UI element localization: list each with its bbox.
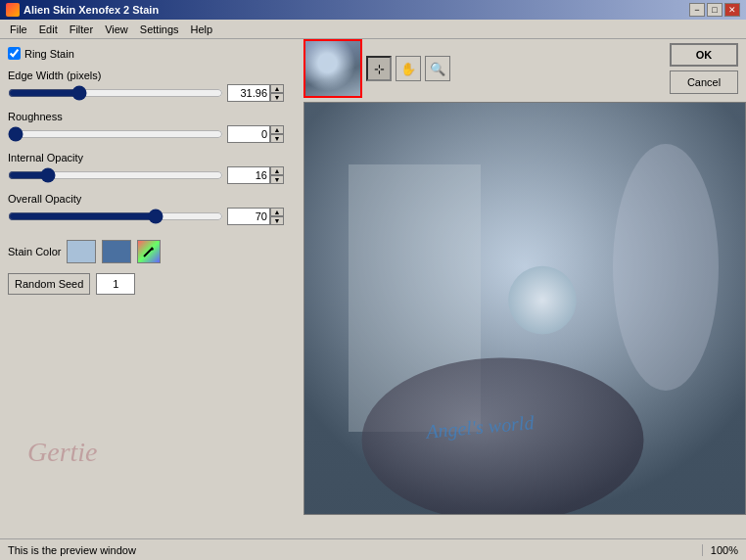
hand-tool-button[interactable]: ✋ — [396, 56, 421, 81]
edge-width-slider[interactable] — [8, 83, 223, 103]
menu-bar: File Edit Filter View Settings Help — [0, 20, 746, 39]
roughness-slider[interactable] — [8, 124, 223, 144]
internal-opacity-slider[interactable] — [8, 165, 223, 185]
overall-opacity-row: Overall Opacity ▲ ▼ — [8, 193, 296, 226]
overall-opacity-up[interactable]: ▲ — [270, 208, 284, 216]
internal-opacity-spinbtns: ▲ ▼ — [270, 166, 284, 184]
edge-width-label: Edge Width (pixels) — [8, 70, 296, 81]
overall-opacity-control: ▲ ▼ — [8, 207, 296, 226]
action-buttons: OK Cancel — [670, 43, 738, 94]
internal-opacity-down[interactable]: ▼ — [270, 175, 284, 184]
ring-stain-checkbox[interactable] — [8, 47, 21, 60]
internal-opacity-up[interactable]: ▲ — [270, 166, 284, 175]
roughness-spinner: ▲ ▼ — [227, 125, 284, 143]
title-bar: Alien Skin Xenofex 2 Stain − □ ✕ — [0, 0, 746, 20]
status-zoom: 100% — [702, 544, 738, 556]
menu-view[interactable]: View — [99, 22, 134, 37]
overall-opacity-down[interactable]: ▼ — [270, 216, 284, 225]
overall-opacity-spinbtns: ▲ ▼ — [270, 208, 284, 225]
stain-color-row: Stain Color — [8, 240, 296, 263]
stain-color-swatch-dark[interactable] — [102, 240, 131, 263]
minimize-button[interactable]: − — [689, 3, 705, 17]
roughness-input[interactable] — [227, 125, 270, 143]
select-icon: ⊹ — [374, 62, 385, 76]
select-tool-button[interactable]: ⊹ — [366, 56, 392, 81]
zoom-tool-button[interactable]: 🔍 — [425, 56, 450, 81]
edge-width-up[interactable]: ▲ — [270, 84, 284, 93]
stain-color-label: Stain Color — [8, 246, 61, 257]
preview-thumb-inner — [305, 41, 360, 96]
preview-svg: Angel's world — [304, 103, 745, 514]
status-bar: This is the preview window 100% — [0, 538, 746, 560]
roughness-row: Roughness ▲ ▼ — [8, 111, 296, 144]
internal-opacity-control: ▲ ▼ — [8, 165, 296, 185]
internal-opacity-row: Internal Opacity ▲ ▼ — [8, 152, 296, 185]
roughness-up[interactable]: ▲ — [270, 125, 284, 134]
stain-color-edit-button[interactable] — [137, 240, 161, 263]
zoom-icon: 🔍 — [430, 62, 445, 76]
svg-point-4 — [508, 266, 577, 335]
close-button[interactable]: ✕ — [724, 3, 740, 17]
internal-opacity-label: Internal Opacity — [8, 152, 296, 163]
menu-edit[interactable]: Edit — [33, 22, 64, 37]
left-panel: Ring Stain Edge Width (pixels) ▲ ▼ Rough… — [0, 39, 303, 515]
internal-opacity-spinner: ▲ ▼ — [227, 166, 284, 184]
overall-opacity-spinner: ▲ ▼ — [227, 208, 284, 225]
edge-width-control: ▲ ▼ — [8, 83, 296, 103]
random-seed-button[interactable]: Random Seed — [8, 273, 90, 295]
main-content: Ring Stain Edge Width (pixels) ▲ ▼ Rough… — [0, 39, 746, 515]
right-area: ⊹ ✋ 🔍 — [303, 39, 746, 515]
title-buttons: − □ ✕ — [689, 3, 740, 17]
roughness-spinbtns: ▲ ▼ — [270, 125, 284, 143]
edge-width-down[interactable]: ▼ — [270, 93, 284, 102]
overall-opacity-slider[interactable] — [8, 207, 223, 226]
edge-width-row: Edge Width (pixels) ▲ ▼ — [8, 70, 296, 103]
preview-thumbnail — [303, 39, 362, 98]
pencil-icon — [142, 245, 156, 258]
app-icon — [6, 3, 20, 17]
hand-icon: ✋ — [400, 62, 416, 76]
svg-line-0 — [144, 249, 152, 257]
overall-opacity-input[interactable] — [227, 208, 270, 225]
menu-file[interactable]: File — [4, 22, 33, 37]
roughness-label: Roughness — [8, 111, 296, 122]
edge-width-spinbtns: ▲ ▼ — [270, 84, 284, 102]
edge-width-spinner: ▲ ▼ — [227, 84, 284, 102]
cancel-button[interactable]: Cancel — [670, 70, 738, 94]
overall-opacity-label: Overall Opacity — [8, 193, 296, 205]
preview-canvas: Angel's world — [303, 102, 746, 515]
menu-settings[interactable]: Settings — [134, 22, 185, 37]
ring-stain-row: Ring Stain — [8, 47, 296, 60]
ring-stain-label: Ring Stain — [24, 48, 74, 60]
ok-button[interactable]: OK — [670, 43, 738, 67]
watermark-text: Gertie — [27, 437, 98, 468]
menu-filter[interactable]: Filter — [64, 22, 99, 37]
internal-opacity-input[interactable] — [227, 166, 270, 184]
stain-color-swatch-light[interactable] — [67, 240, 96, 263]
svg-point-7 — [613, 144, 719, 391]
random-seed-input[interactable] — [96, 273, 135, 295]
menu-help[interactable]: Help — [185, 22, 219, 37]
watermark: Gertie — [8, 301, 296, 507]
random-seed-row: Random Seed — [8, 273, 296, 295]
zoom-level: 100% — [711, 544, 738, 556]
maximize-button[interactable]: □ — [707, 3, 723, 17]
edge-width-input[interactable] — [227, 84, 270, 102]
status-text: This is the preview window — [8, 544, 702, 556]
roughness-control: ▲ ▼ — [8, 124, 296, 144]
window-title: Alien Skin Xenofex 2 Stain — [23, 4, 159, 16]
title-bar-left: Alien Skin Xenofex 2 Stain — [6, 3, 159, 17]
roughness-down[interactable]: ▼ — [270, 134, 284, 143]
preview-image: Angel's world — [304, 103, 745, 514]
